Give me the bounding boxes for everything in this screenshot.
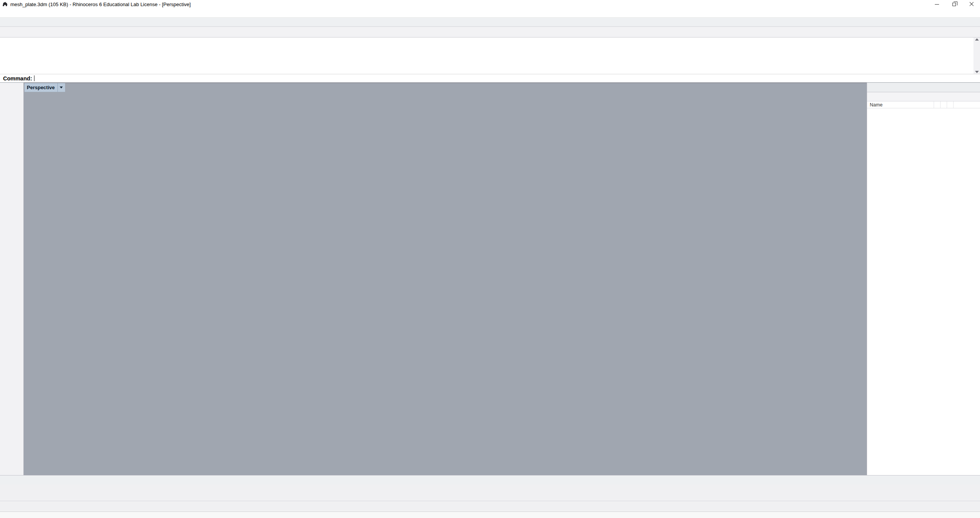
chevron-down-icon[interactable] (60, 87, 63, 88)
layer-list-header[interactable]: Name (867, 101, 980, 108)
restore-button[interactable] (946, 0, 963, 8)
rhino-logo-icon (2, 1, 8, 7)
window-title: mesh_plate.3dm (105 KB) - Rhinoceros 6 E… (10, 2, 191, 7)
close-button[interactable] (963, 0, 980, 8)
title-bar: mesh_plate.3dm (105 KB) - Rhinoceros 6 E… (0, 0, 980, 8)
perspective-viewport[interactable]: Perspective (24, 83, 867, 475)
command-history-scrollbar[interactable] (973, 38, 980, 74)
toolbar-tab-row (0, 18, 980, 27)
point-toolbar (0, 27, 980, 38)
osnap-bar (0, 501, 980, 511)
right-panel: Name (867, 83, 980, 475)
viewport-title: Perspective (27, 85, 55, 90)
menu-bar (0, 8, 980, 18)
panel-tab-strip (867, 83, 980, 92)
command-history[interactable] (0, 38, 980, 74)
viewport-canvas[interactable] (24, 83, 867, 475)
layer-list: Name (867, 101, 980, 475)
main-toolbar-left (0, 83, 24, 475)
command-prompt-label: Command: (3, 75, 32, 82)
name-column-header[interactable]: Name (867, 102, 934, 108)
layers-panel-toolbar (867, 92, 980, 101)
text-caret (34, 75, 34, 81)
display-filter-bar (0, 485, 980, 501)
status-bar (0, 511, 980, 518)
minimize-button[interactable] (928, 0, 946, 8)
scroll-down-icon[interactable] (975, 71, 979, 73)
viewport-tab-bar (0, 475, 980, 485)
command-prompt[interactable]: Command: (0, 74, 980, 83)
viewport-title-menu[interactable]: Perspective (24, 83, 65, 92)
scroll-up-icon[interactable] (975, 38, 979, 41)
